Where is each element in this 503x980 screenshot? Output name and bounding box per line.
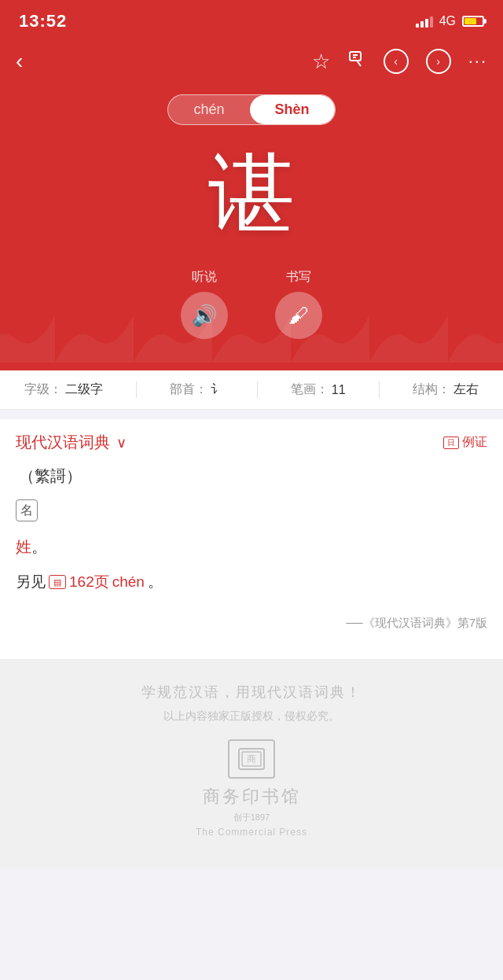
- tagline1: 学规范汉语，用现代汉语词典！: [16, 683, 487, 702]
- main-character: 谌: [0, 146, 503, 241]
- tagline2: 以上内容独家正版授权，侵权必究。: [16, 709, 487, 724]
- next-button[interactable]: ›: [426, 49, 451, 74]
- status-icons: 4G ⚡: [416, 14, 484, 28]
- status-bar: 13:52 4G ⚡: [0, 0, 503, 39]
- listen-label: 听说: [192, 269, 217, 286]
- char-radical: 部首： 讠: [170, 381, 223, 398]
- svg-rect-0: [350, 52, 361, 61]
- char-strokes: 笔画： 11: [291, 381, 346, 398]
- write-label: 书写: [286, 269, 311, 286]
- speaker-icon: 🔊: [192, 304, 217, 328]
- cross-reference: 另见 162页 chén 。: [16, 572, 487, 592]
- dict-title-row: 现代汉语词典 ∨: [16, 432, 127, 453]
- structure-value: 左右: [453, 381, 479, 398]
- dict-header: 现代汉语词典 ∨ 日 例证: [16, 432, 487, 453]
- cross-ref-icon: [49, 575, 66, 589]
- write-button[interactable]: 🖌: [275, 292, 322, 339]
- level-label: 字级：: [24, 381, 62, 398]
- strokes-value: 11: [332, 383, 346, 397]
- more-button[interactable]: ···: [468, 51, 487, 72]
- example-button[interactable]: 日 例证: [443, 434, 487, 451]
- cross-ref-pinyin[interactable]: chén: [112, 573, 145, 591]
- dictionary-section: 现代汉语词典 ∨ 日 例证 （繁謌） 名 姓。 另见 162页 chén 。 ─…: [0, 419, 503, 659]
- part-of-speech: 名: [16, 499, 38, 521]
- footer-watermark: 学规范汉语，用现代汉语词典！ 以上内容独家正版授权，侵权必究。 商 商务印书馆 …: [0, 659, 503, 869]
- dict-chevron-icon[interactable]: ∨: [116, 434, 127, 451]
- structure-label: 结构：: [413, 381, 450, 398]
- logo-chinese: 商务印书馆: [203, 785, 301, 809]
- dict-title: 现代汉语词典: [16, 432, 110, 453]
- cross-ref-suffix: 。: [148, 572, 163, 592]
- char-level: 字级： 二级字: [24, 381, 103, 398]
- signal-icon: [416, 15, 433, 28]
- traditional-char: （繁謌）: [16, 466, 487, 487]
- network-label: 4G: [439, 14, 456, 28]
- radical-value: 讠: [211, 381, 223, 398]
- back-button[interactable]: ‹: [16, 49, 44, 74]
- period: 。: [31, 538, 47, 555]
- cross-ref-prefix: 另见: [16, 572, 46, 592]
- info-bar: 字级： 二级字 部首： 讠 笔画： 11 结构： 左右: [0, 370, 503, 410]
- source-citation: ──《现代汉语词典》第7版: [16, 608, 487, 647]
- level-value: 二级字: [65, 381, 103, 398]
- svg-line-3: [357, 61, 361, 66]
- logo-english: The Commercial Press: [196, 827, 307, 838]
- status-time: 13:52: [19, 11, 67, 31]
- example-icon: 日: [443, 437, 459, 449]
- character-section: 谌: [0, 138, 503, 256]
- example-label: 例证: [462, 434, 487, 451]
- logo-box-icon: 商: [228, 739, 275, 779]
- battery-bolt: ⚡: [467, 18, 475, 25]
- pronunciation-shen[interactable]: Shèn: [250, 95, 335, 124]
- prev-button[interactable]: ‹: [384, 49, 409, 74]
- pronunciation-chen[interactable]: chén: [168, 95, 249, 124]
- brush-icon: 🖌: [288, 304, 309, 328]
- pronunciation-section: chén Shèn: [0, 87, 503, 138]
- publisher-logo: 商 商务印书馆 创于1897 The Commercial Press: [16, 739, 487, 838]
- nav-bar: ‹ ☆ ‹ › ···: [0, 39, 503, 87]
- listen-item: 听说 🔊: [181, 269, 228, 339]
- svg-text:商: 商: [247, 753, 256, 764]
- surname-link[interactable]: 姓: [16, 538, 31, 555]
- radical-label: 部首：: [170, 381, 207, 398]
- star-icon[interactable]: ☆: [312, 50, 330, 74]
- nav-icons: ☆ ‹ › ···: [312, 49, 487, 74]
- write-item: 书写 🖌: [275, 269, 322, 339]
- logo-year: 创于1897: [233, 812, 270, 823]
- battery-icon: ⚡: [462, 16, 484, 27]
- cross-ref-page[interactable]: 162页: [69, 572, 109, 592]
- strokes-label: 笔画：: [291, 381, 329, 398]
- search-icon[interactable]: [347, 50, 366, 73]
- audio-section: 听说 🔊 书写 🖌: [0, 256, 503, 363]
- listen-button[interactable]: 🔊: [181, 292, 228, 339]
- char-structure: 结构： 左右: [413, 381, 479, 398]
- definition: 姓。: [16, 534, 487, 559]
- pronunciation-toggle: chén Shèn: [167, 94, 335, 125]
